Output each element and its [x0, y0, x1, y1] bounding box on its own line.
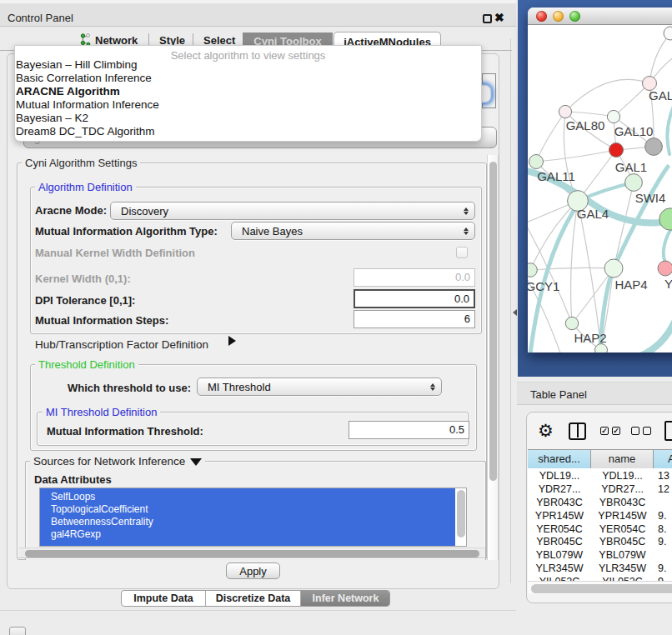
- network-node[interactable]: [664, 27, 672, 40]
- network-node-label: Y: [664, 277, 672, 291]
- mi-threshold-title: MI Threshold Definition: [43, 406, 160, 418]
- mi-algorithm-type-select[interactable]: Naive Bayes: [231, 222, 475, 240]
- algorithm-popup-prompt: Select algorithm to view settings: [15, 46, 481, 58]
- network-node[interactable]: [595, 344, 608, 353]
- table-cell: YBR043C: [528, 497, 591, 510]
- algorithm-option[interactable]: ARACNE Algorithm: [15, 85, 481, 98]
- zoom-traffic-light-icon[interactable]: [569, 11, 580, 22]
- control-panel-tabbar: Network Style Select Cyni Toolbox jActiv…: [0, 0, 516, 52]
- table-cell: YPR145W: [591, 510, 654, 523]
- table-cell: YDL19...: [591, 470, 654, 483]
- close-traffic-light-icon[interactable]: [536, 11, 547, 22]
- split-columns-icon[interactable]: [569, 422, 586, 440]
- network-node[interactable]: [559, 105, 571, 118]
- network-node[interactable]: [528, 263, 537, 278]
- attribute-list-item[interactable]: BetweennessCentrality: [40, 516, 466, 528]
- network-node[interactable]: [645, 138, 663, 156]
- settings-hscrollbar[interactable]: [18, 548, 485, 558]
- table-panel-title: Table Panel: [530, 388, 587, 401]
- select-arrows-icon: [464, 202, 469, 219]
- data-attributes-list[interactable]: SelfLoopsTopologicalCoefficientBetweenne…: [39, 488, 467, 547]
- table-cell: YBL079W: [591, 549, 654, 562]
- attribute-list-item[interactable]: gal4RGexp: [40, 528, 466, 541]
- apply-button[interactable]: Apply: [226, 562, 280, 579]
- node-table: shared...nameA YDL19...YDL19...13YDR27..…: [528, 449, 672, 594]
- gear-icon[interactable]: ⚙: [538, 422, 554, 439]
- table-cell: YBL079W: [528, 549, 591, 562]
- expand-arrow-icon[interactable]: [228, 336, 236, 346]
- table-row[interactable]: YDR27...YDR27...12: [528, 483, 672, 497]
- cyni-bottom-tabs: Impute Data Discretize Data Infer Networ…: [121, 590, 390, 607]
- algorithm-option[interactable]: Basic Correlation Inference: [15, 72, 481, 85]
- which-threshold-select[interactable]: MI Threshold: [197, 378, 442, 396]
- column-header[interactable]: shared...: [528, 450, 591, 468]
- network-edge: [614, 182, 634, 268]
- table-cell: 13: [654, 470, 672, 483]
- attribute-list-item[interactable]: TopologicalCoefficient: [40, 503, 466, 516]
- network-node[interactable]: [529, 155, 544, 169]
- hub-definition-label: Hub/Transcription Factor Definition: [35, 338, 208, 351]
- table-cell: 8.: [654, 523, 672, 537]
- network-edge: [664, 230, 670, 262]
- dpi-tolerance-label: DPI Tolerance [0,1]:: [35, 294, 135, 307]
- kernel-width-input[interactable]: 0.0: [354, 268, 475, 287]
- network-node-label: GAL: [649, 88, 672, 102]
- network-node[interactable]: [565, 317, 578, 329]
- network-node-label: GAL1: [615, 160, 647, 174]
- network-node[interactable]: [659, 208, 672, 230]
- list-scrollbar-thumb[interactable]: [457, 490, 465, 538]
- unchecked-checkbox-icon[interactable]: [643, 427, 651, 435]
- algorithm-option[interactable]: Mutual Information Inference: [15, 98, 481, 112]
- table-hscrollbar-thumb: [531, 584, 672, 593]
- network-edge: [536, 150, 616, 162]
- table-row[interactable]: YBL079WYBL079W: [528, 549, 672, 562]
- dpi-tolerance-input[interactable]: 0.0: [354, 289, 475, 308]
- network-node-label: GCY1: [528, 279, 559, 293]
- tab-impute-data[interactable]: Impute Data: [122, 591, 206, 606]
- algorithm-option[interactable]: Dream8 DC_TDC Algorithm: [15, 125, 481, 138]
- network-canvas[interactable]: GALGAL80GAL10GAL1GAL11SWI4GAL4GCY1HAP4YH…: [528, 25, 672, 352]
- network-node-label: GAL10: [614, 124, 654, 138]
- table-row[interactable]: YLR345WYLR345W9.: [528, 562, 672, 576]
- network-window-titlebar[interactable]: [528, 8, 672, 25]
- settings-vscrollbar[interactable]: [487, 155, 499, 560]
- algorithm-option[interactable]: Bayesian – K2: [15, 112, 481, 125]
- select-arrows-icon: [464, 222, 469, 239]
- table-row[interactable]: YDL19...YDL19...13: [528, 470, 672, 483]
- attribute-list-item[interactable]: SelfLoops: [40, 491, 466, 503]
- network-edge: [530, 268, 614, 270]
- table-row[interactable]: YER054CYER054C8.: [528, 523, 672, 537]
- table-cell: YDR27...: [528, 483, 591, 497]
- table-row[interactable]: YPR145WYPR145W9.: [528, 510, 672, 523]
- network-node[interactable]: [604, 259, 623, 278]
- table-body: YDL19...YDL19...13YDR27...YDR27...12YBR0…: [528, 470, 672, 581]
- table-cell: YDL19...: [528, 470, 591, 483]
- mi-steps-input[interactable]: 6: [354, 310, 475, 328]
- column-header[interactable]: A: [654, 450, 672, 468]
- table-cell: YLR345W: [591, 562, 654, 576]
- table-row[interactable]: YBR043CYBR043C: [528, 497, 672, 510]
- manual-kernel-width-checkbox[interactable]: [456, 247, 468, 258]
- select-arrows-icon: [430, 378, 435, 395]
- table-cell: 12: [654, 483, 672, 497]
- document-icon[interactable]: [664, 421, 672, 441]
- algorithm-dropdown-popup: Select algorithm to view settings Bayesi…: [14, 45, 482, 142]
- aracne-mode-select[interactable]: Discovery: [110, 202, 475, 220]
- minimize-traffic-light-icon[interactable]: [553, 11, 564, 22]
- tab-discretize-data[interactable]: Discretize Data: [206, 591, 301, 606]
- checked-checkbox-icon[interactable]: ✓: [600, 427, 609, 435]
- network-node[interactable]: [625, 174, 643, 192]
- network-node[interactable]: [658, 261, 672, 276]
- bottom-corner-icon[interactable]: [9, 627, 26, 635]
- network-node[interactable]: [609, 143, 624, 158]
- mi-threshold-input[interactable]: 0.5: [349, 421, 469, 439]
- network-node[interactable]: [607, 110, 619, 122]
- unchecked-checkbox-icon[interactable]: [631, 427, 639, 435]
- checked-checkbox-icon[interactable]: ✓: [612, 427, 620, 435]
- panel-collapse-arrow-icon[interactable]: [513, 309, 517, 316]
- table-hscrollbar[interactable]: [528, 581, 672, 594]
- network-node-label: SWI4: [635, 191, 666, 205]
- table-row[interactable]: YBR045CYBR045C9.: [528, 536, 672, 549]
- tab-infer-network[interactable]: Infer Network: [301, 591, 390, 606]
- column-header[interactable]: name: [591, 450, 654, 468]
